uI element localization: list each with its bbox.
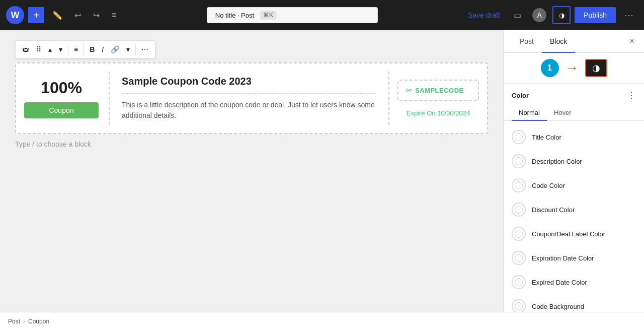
preview-button[interactable]: ▭ <box>508 6 526 24</box>
block-toolbar: 🎟 ⠿ ▴ ▾ ≡ B I 🔗 <box>15 40 155 58</box>
color-item-label: Expired Date Color <box>532 279 587 286</box>
color-section-more-button[interactable]: ⋮ <box>627 91 636 100</box>
more-icon: ⋮ <box>627 90 636 100</box>
italic-button[interactable]: I <box>98 43 107 56</box>
more-options-button[interactable]: ⋯ <box>620 6 638 24</box>
breadcrumb: Post › Coupon <box>0 312 644 330</box>
undo-button[interactable]: ↩ <box>70 8 85 23</box>
color-tabs: Normal Hover <box>504 105 644 121</box>
type-hint[interactable]: Type / to choose a block <box>15 140 488 148</box>
move-down-button[interactable]: ▾ <box>55 43 66 56</box>
color-tab-hover[interactable]: Hover <box>547 105 579 120</box>
close-icon: × <box>629 37 634 46</box>
coupon-middle-section: Sample Coupon Code 2023 This is a little… <box>110 72 388 125</box>
color-swatch-outer <box>512 275 526 289</box>
settings-toggle-button[interactable]: ◑ <box>552 6 571 24</box>
sidebar-tabs: Post Block × <box>504 30 644 53</box>
color-item[interactable]: Expired Date Color <box>504 270 644 294</box>
block-type-button[interactable]: 🎟 <box>19 43 33 56</box>
color-item-label: Title Color <box>532 134 561 141</box>
step-indicator: 1 <box>541 59 559 77</box>
tools-button[interactable]: ✏️ <box>48 8 66 23</box>
color-swatch-inner <box>515 302 523 310</box>
color-swatch-outer <box>512 299 526 312</box>
color-item-label: Coupon/Deal Label Color <box>532 230 605 238</box>
tab-block[interactable]: Block <box>542 30 575 52</box>
ellipsis-icon: ⋯ <box>141 45 148 53</box>
tools-icon: ✏️ <box>52 11 62 20</box>
align-button[interactable]: ≡ <box>70 43 82 56</box>
toolbar-divider-1 <box>68 43 68 55</box>
coupon-right-section: ✂ SAMPLECODE Expire On 10/30/2024 <box>388 72 479 125</box>
publish-button[interactable]: Publish <box>575 7 616 23</box>
color-swatch-outer <box>512 203 526 217</box>
scissors-icon: ✂ <box>406 86 412 95</box>
link-button[interactable]: 🔗 <box>107 43 123 56</box>
avatar-icon: A <box>532 8 546 22</box>
color-item[interactable]: Description Color <box>504 149 644 173</box>
editor-area[interactable]: 🎟 ⠿ ▴ ▾ ≡ B I 🔗 <box>0 30 503 312</box>
coupon-expire-date: Expire On 10/30/2024 <box>407 109 470 117</box>
shortcut-badge: ⌘K <box>260 11 276 20</box>
settings-icon: ◑ <box>559 12 565 19</box>
color-item-label: Code Background <box>532 303 584 310</box>
color-item[interactable]: Coupon/Deal Label Color <box>504 222 644 246</box>
arrow-icon: → <box>565 60 579 76</box>
color-items-list: Title Color Description Color Code Color… <box>504 123 644 312</box>
chevron-up-icon: ▴ <box>48 45 52 53</box>
color-item[interactable]: Code Background <box>504 294 644 312</box>
post-title: No title · Post <box>215 12 254 19</box>
list-view-button[interactable]: ≡ <box>108 8 120 23</box>
color-swatch-inner <box>515 206 523 214</box>
toolbar-divider-2 <box>84 43 84 55</box>
color-item[interactable]: Code Color <box>504 173 644 197</box>
chevron-down-icon: ▾ <box>126 45 130 53</box>
save-draft-button[interactable]: Save draft <box>464 8 504 22</box>
color-section-header: Color ⋮ <box>504 84 644 105</box>
drag-icon: ⠿ <box>36 45 41 53</box>
color-item[interactable]: Expiration Date Color <box>504 246 644 270</box>
close-sidebar-button[interactable]: × <box>624 33 640 49</box>
coupon-code-text: SAMPLECODE <box>415 87 464 94</box>
color-swatch-inner <box>515 278 523 286</box>
list-icon: ≡ <box>112 11 116 20</box>
color-swatch-outer <box>512 154 526 168</box>
add-block-button[interactable]: + <box>28 7 44 23</box>
align-icon: ≡ <box>74 45 78 53</box>
coupon-percent: 100% <box>41 79 82 97</box>
color-item-label: Expiration Date Color <box>532 254 594 262</box>
coupon-code-box[interactable]: ✂ SAMPLECODE <box>397 80 479 101</box>
coupon-left-section: 100% Coupon <box>24 72 110 125</box>
avatar-button[interactable]: A <box>530 6 548 24</box>
coupon-description: This is a little description of the coup… <box>122 100 376 121</box>
coupon-divider <box>122 93 376 94</box>
more-rich-text-button[interactable]: ▾ <box>123 43 133 56</box>
preview-icon: ▭ <box>514 11 521 20</box>
coupon-get-button[interactable]: Coupon <box>24 102 99 118</box>
color-section: Color ⋮ Normal Hover Title Color Descrip… <box>504 84 644 312</box>
coupon-title: Sample Coupon Code 2023 <box>122 76 376 87</box>
color-swatch-inner <box>515 157 523 165</box>
contrast-settings-button[interactable]: ◑ <box>585 59 607 77</box>
coupon-block[interactable]: 100% Coupon Sample Coupon Code 2023 This… <box>15 62 488 134</box>
color-section-title: Color <box>512 92 529 99</box>
breadcrumb-separator: › <box>23 318 25 325</box>
title-bar[interactable]: No title · Post ⌘K <box>207 7 378 23</box>
bold-button[interactable]: B <box>86 43 98 56</box>
more-block-options-button[interactable]: ⋯ <box>138 43 152 56</box>
redo-button[interactable]: ↪ <box>89 8 104 23</box>
tab-post[interactable]: Post <box>512 30 542 52</box>
color-swatch-outer <box>512 178 526 192</box>
color-item[interactable]: Discount Color <box>504 197 644 222</box>
breadcrumb-coupon[interactable]: Coupon <box>28 318 49 325</box>
move-up-button[interactable]: ▴ <box>45 43 55 56</box>
topbar-center: No title · Post ⌘K <box>124 7 460 23</box>
breadcrumb-post[interactable]: Post <box>8 318 20 325</box>
drag-handle-button[interactable]: ⠿ <box>33 43 45 56</box>
color-swatch-inner <box>515 230 523 238</box>
topbar: W + ✏️ ↩ ↪ ≡ No title · Post ⌘K Save dra… <box>0 0 644 30</box>
color-swatch-inner <box>515 133 523 141</box>
topbar-right: Save draft ▭ A ◑ Publish ⋯ <box>464 6 638 24</box>
color-tab-normal[interactable]: Normal <box>512 105 547 120</box>
color-item[interactable]: Title Color <box>504 125 644 149</box>
